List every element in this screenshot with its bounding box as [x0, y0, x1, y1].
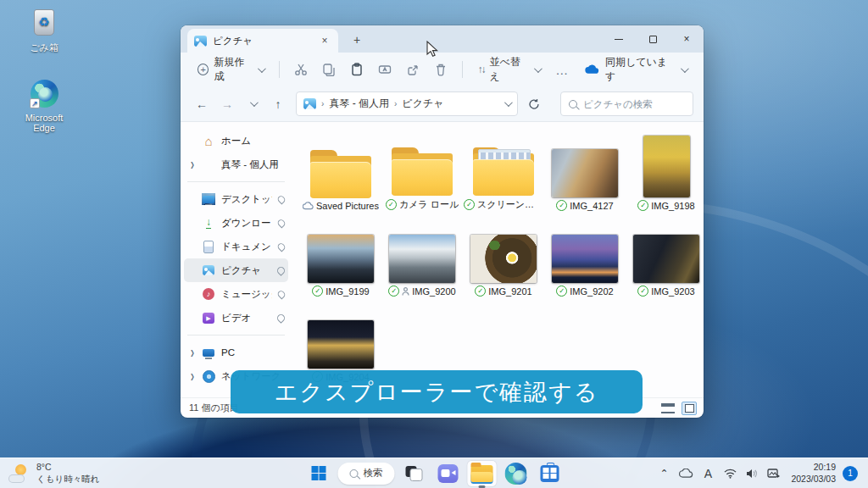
explorer-window: ピクチャ × + × + 新規作成 — [181, 25, 704, 418]
weather-widget[interactable]: 8°C くもり時々晴れ — [0, 462, 108, 484]
file-item-IMG_4127[interactable]: ✓ IMG_4127 — [544, 130, 626, 216]
minimize-icon — [615, 39, 623, 40]
edge-button[interactable] — [502, 461, 531, 486]
tab-pictures[interactable]: ピクチャ × — [187, 29, 338, 53]
file-explorer-icon — [471, 465, 493, 482]
chevron-down-icon[interactable] — [504, 98, 513, 107]
back-button[interactable]: ← — [191, 93, 213, 115]
sync-status-label: 同期しています — [605, 55, 675, 84]
file-name: IMG_9199 — [326, 286, 369, 297]
search-icon — [350, 469, 359, 478]
refresh-icon — [528, 98, 540, 110]
file-name: IMG_9198 — [651, 201, 694, 211]
close-button[interactable]: × — [670, 25, 704, 53]
sidebar-item-downloads[interactable]: ❯ ダウンロード — [184, 211, 288, 235]
sidebar-item-home[interactable]: ❯ ホーム — [184, 129, 288, 152]
sidebar-item-label: デスクトップ — [221, 193, 272, 206]
file-list-pane: ✓ Saved Pictures ✓ カメラ ロール ✓ スクリーンショット — [292, 122, 704, 397]
weather-temp: 8°C — [36, 462, 99, 473]
file-explorer-button[interactable] — [468, 461, 497, 486]
address-bar[interactable]: › 真琴 - 個人用 › ピクチャ — [296, 92, 518, 116]
file-item-IMG_9199[interactable]: ✓ IMG_9199 — [300, 216, 381, 302]
pin-icon — [276, 194, 287, 204]
onedrive-sync-button[interactable]: 同期しています — [578, 51, 693, 88]
share-button[interactable] — [400, 58, 425, 81]
tab-bar: ピクチャ × + × — [181, 25, 704, 53]
expand-chevron-icon[interactable]: ❯ — [190, 161, 195, 169]
search-box[interactable] — [560, 92, 693, 116]
new-item-button[interactable]: + 新規作成 — [191, 51, 270, 88]
up-button[interactable]: ↑ — [267, 93, 289, 115]
file-item-スクリーンショット[interactable]: ✓ スクリーンショット — [463, 130, 544, 216]
task-view-button[interactable] — [400, 461, 429, 486]
forward-button[interactable]: → — [216, 93, 238, 115]
start-button[interactable] — [304, 461, 333, 486]
copy-button[interactable] — [316, 58, 341, 81]
recent-locations-button[interactable] — [242, 93, 264, 115]
minimize-button[interactable] — [602, 25, 636, 53]
desktop-icon-edge[interactable]: ↗ Microsoft Edge — [14, 78, 75, 133]
sidebar-item-cloud-blue[interactable]: ❯ 真琴 - 個人用 — [184, 152, 288, 176]
sidebar-item-label: ミュージック — [221, 288, 272, 301]
sidebar-item-desktop[interactable]: ❯ デスクトップ — [184, 187, 288, 211]
synced-status-icon: ✓ — [556, 286, 567, 297]
search-input[interactable] — [583, 99, 685, 109]
copy-icon — [322, 63, 336, 76]
rename-button[interactable] — [372, 58, 397, 81]
onedrive-tray-button[interactable] — [676, 461, 696, 486]
sidebar-item-music[interactable]: ❯ ミュージック — [184, 282, 288, 306]
file-item-Saved-Pictures[interactable]: ✓ Saved Pictures — [300, 130, 381, 216]
volume-button[interactable] — [742, 461, 762, 486]
file-item-IMG_9202[interactable]: ✓ IMG_9202 — [544, 216, 626, 302]
breadcrumb-onedrive[interactable]: 真琴 - 個人用 — [329, 97, 389, 111]
maximize-button[interactable] — [636, 25, 670, 53]
image-thumbnail — [308, 235, 374, 283]
breadcrumb-pictures[interactable]: ピクチャ — [402, 97, 443, 111]
cut-icon — [294, 63, 308, 76]
desktop-icon-label: Microsoft Edge — [14, 113, 75, 133]
store-button[interactable] — [536, 461, 565, 486]
sort-icon: ↑↓ — [478, 64, 485, 75]
file-item-カメラ-ロール[interactable]: ✓ カメラ ロール — [381, 130, 463, 216]
tab-close-icon[interactable]: × — [318, 35, 331, 47]
sidebar-item-icon — [202, 312, 215, 324]
file-item-IMG_9203[interactable]: ✓ IMG_9203 — [626, 216, 704, 302]
rename-icon — [378, 63, 392, 76]
more-options-button[interactable]: … — [550, 58, 575, 81]
details-view-button[interactable] — [658, 396, 678, 419]
sort-button[interactable]: ↑↓ 並べ替え — [471, 51, 547, 88]
file-item-IMG_9200[interactable]: ✓ IMG_9200 — [381, 216, 463, 302]
hidden-icons-button[interactable]: ⌃ — [654, 461, 674, 486]
file-name: スクリーンショット — [477, 198, 543, 211]
sidebar-item-icon — [202, 158, 215, 170]
notification-badge[interactable]: 1 — [843, 466, 858, 481]
shared-person-icon — [402, 287, 409, 296]
sidebar-item-label: ビデオ — [221, 312, 251, 324]
window-controls: × — [602, 25, 704, 53]
sync-cloud-icon — [585, 64, 599, 75]
ime-mode-button[interactable]: A — [698, 461, 718, 486]
folder-icon — [391, 147, 453, 196]
expand-chevron-icon[interactable]: ❯ — [190, 349, 195, 357]
new-tab-button[interactable]: + — [347, 30, 367, 51]
file-item-IMG_9198[interactable]: ✓ IMG_9198 — [626, 130, 704, 216]
sidebar-item-documents[interactable]: ❯ ドキュメント — [184, 235, 288, 258]
wifi-button[interactable] — [720, 461, 740, 486]
sync-activity-button[interactable] — [764, 461, 784, 486]
chat-button[interactable] — [434, 461, 463, 486]
wifi-icon — [724, 469, 737, 479]
sidebar-item-pc[interactable]: ❯ PC — [184, 341, 288, 364]
delete-button[interactable] — [429, 58, 453, 81]
sidebar-item-pictures[interactable]: ❯ ピクチャ — [184, 258, 288, 282]
clock[interactable]: 20:19 2023/03/03 — [786, 462, 841, 485]
desktop-icon-recycle-bin[interactable]: ごみ箱 — [14, 7, 75, 54]
navigation-pane: ❯ ホーム ❯ 真琴 - 個人用 ❯ デスクトップ ❯ ダウンロード ❯ ドキュ… — [181, 122, 292, 397]
refresh-button[interactable] — [523, 93, 545, 115]
taskbar-search[interactable]: 検索 — [338, 463, 395, 485]
cut-button[interactable] — [288, 58, 313, 81]
sidebar-item-videos[interactable]: ❯ ビデオ — [184, 306, 288, 330]
file-item-IMG_9201[interactable]: ✓ IMG_9201 — [463, 216, 544, 302]
paste-button[interactable] — [344, 58, 369, 81]
thumbnail-view-button[interactable] — [682, 402, 697, 415]
expand-chevron-icon[interactable]: ❯ — [190, 373, 195, 380]
